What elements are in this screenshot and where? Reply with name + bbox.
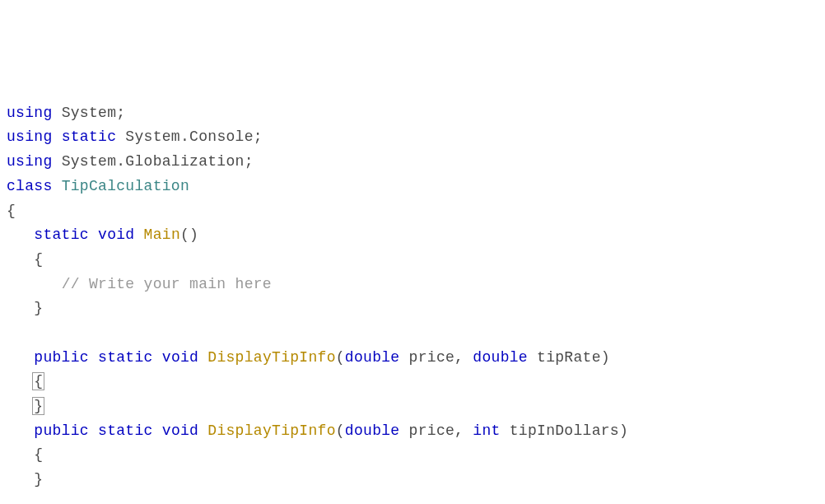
method-name: DisplayTipInfo: [207, 422, 335, 439]
code-line: public static void DisplayTipInfo(double…: [7, 422, 628, 439]
keyword-using: using: [7, 153, 53, 170]
code-line: using static System.Console;: [7, 128, 263, 145]
close-paren: ): [601, 349, 610, 366]
code-line: public static void DisplayTipInfo(double…: [7, 349, 610, 366]
close-paren: ): [619, 422, 628, 439]
keyword-static: static: [98, 349, 153, 366]
keyword-static: static: [98, 422, 153, 439]
namespace: System.Globalization: [62, 153, 245, 170]
code-line: using System.Globalization;: [7, 153, 254, 170]
semicolon: ;: [254, 128, 263, 145]
code-line: {: [7, 251, 43, 268]
code-line: {: [7, 446, 43, 463]
namespace: System: [62, 105, 117, 121]
open-paren: (: [336, 422, 345, 439]
close-brace: }: [34, 471, 43, 488]
open-paren: (: [336, 349, 345, 366]
keyword-class: class: [7, 178, 53, 194]
param-name: tipRate: [537, 349, 601, 366]
class-name: TipCalculation: [62, 178, 189, 194]
code-line: // Write your main here: [7, 276, 272, 292]
semicolon: ;: [116, 105, 125, 121]
open-brace: {: [34, 446, 43, 463]
type-keyword: double: [473, 349, 528, 366]
keyword-using: using: [7, 128, 53, 145]
type-keyword: double: [345, 422, 400, 439]
code-line: }: [7, 471, 43, 488]
keyword-public: public: [34, 422, 89, 439]
method-name: Main: [144, 226, 180, 243]
code-line: class TipCalculation: [7, 178, 189, 194]
namespace: System.Console: [125, 128, 253, 145]
keyword-void: void: [162, 422, 198, 439]
type-keyword: double: [345, 349, 400, 366]
keyword-public: public: [34, 349, 89, 366]
param-name: tipInDollars: [510, 422, 619, 439]
code-block: using System; using static System.Consol…: [7, 101, 818, 504]
param-name: price: [409, 349, 455, 366]
code-line: using System;: [7, 105, 125, 121]
code-line: }: [7, 300, 43, 316]
open-brace: {: [34, 251, 43, 268]
open-brace: {: [7, 203, 16, 219]
keyword-using: using: [7, 105, 53, 121]
code-line: {: [7, 373, 44, 390]
code-line: {: [7, 203, 16, 219]
param-name: price: [409, 422, 455, 439]
comma: ,: [454, 422, 464, 439]
keyword-void: void: [162, 349, 198, 366]
open-brace-cursor: {: [32, 372, 44, 390]
keyword-static: static: [34, 226, 89, 243]
semicolon: ;: [245, 153, 254, 170]
parens: (): [180, 226, 198, 243]
close-brace-cursor: }: [32, 397, 44, 415]
code-line: }: [7, 398, 44, 414]
comma: ,: [454, 349, 464, 366]
comment: // Write your main here: [62, 276, 272, 292]
keyword-static: static: [62, 128, 117, 145]
method-name: DisplayTipInfo: [207, 349, 335, 366]
type-keyword: int: [473, 422, 500, 439]
keyword-void: void: [98, 226, 134, 243]
close-brace: }: [34, 300, 43, 316]
code-line: static void Main(): [7, 226, 198, 243]
